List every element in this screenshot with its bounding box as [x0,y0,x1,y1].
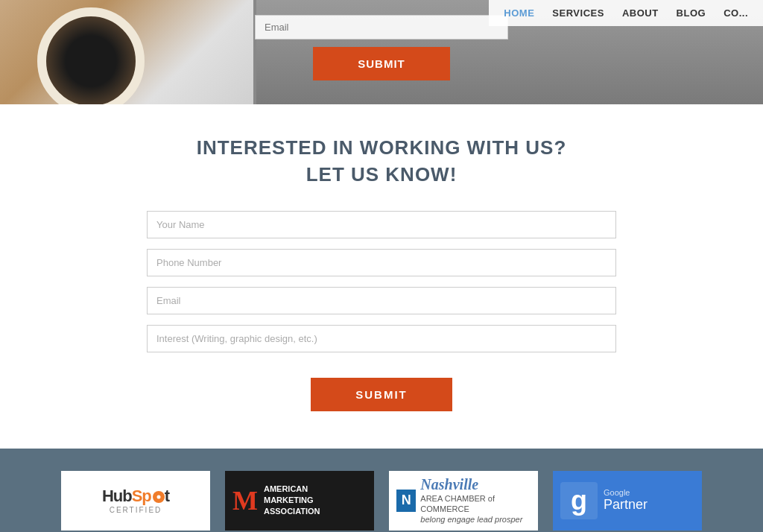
google-partner-logo: g Google Partner [553,471,702,531]
nashville-subtitle: AREA CHAMBER of COMMERCEbelong engage le… [420,493,531,525]
contact-heading: INTERESTED IN WORKING WITH US? LET US KN… [197,134,567,189]
google-partner-text: Partner [604,497,648,513]
google-label: Google [604,488,648,497]
interest-input[interactable] [147,325,616,352]
nashville-icon: N [396,490,416,512]
nav-services[interactable]: SERVICES [552,7,604,19]
contact-submit-button[interactable]: SUBMIT [311,378,452,411]
hubspot-logo: HubSpt CERTIFIED [61,471,210,531]
name-input[interactable] [147,211,616,238]
name-field-wrapper [147,211,616,238]
nashville-logo: N Nashville AREA CHAMBER of COMMERCEbelo… [389,471,538,531]
contact-section: INTERESTED IN WORKING WITH US? LET US KN… [0,104,763,449]
footer: HubSpt CERTIFIED M AMERICANMARKETINGASSO… [0,449,763,532]
phone-input[interactable] [147,249,616,276]
ama-text: AMERICANMARKETINGASSOCIATION [264,484,320,518]
hubspot-certified-label: CERTIFIED [110,506,162,514]
hero-submit-button[interactable]: SUBMIT [313,47,450,80]
ama-mark: M [232,485,258,516]
nav-home[interactable]: HOME [504,7,534,19]
nashville-name: Nashville [420,476,531,493]
hubspot-wordmark: HubSpt [102,487,169,506]
phone-field-wrapper [147,249,616,276]
email-field-wrapper [147,287,616,314]
nav-blog[interactable]: BLOG [677,7,706,19]
email-input[interactable] [147,287,616,314]
interest-field-wrapper [147,325,616,352]
nav-contact[interactable]: CO... [724,7,748,19]
nav-about[interactable]: ABOUT [622,7,659,19]
hero-form: SUBMIT [255,15,508,80]
google-g-icon: g [560,482,598,519]
navigation: HOME SERVICES ABOUT BLOG CO... [489,0,763,26]
hero-coffee-image [0,0,253,104]
ama-logo: M AMERICANMARKETINGASSOCIATION [225,471,374,531]
hero-email-input[interactable] [255,15,508,39]
